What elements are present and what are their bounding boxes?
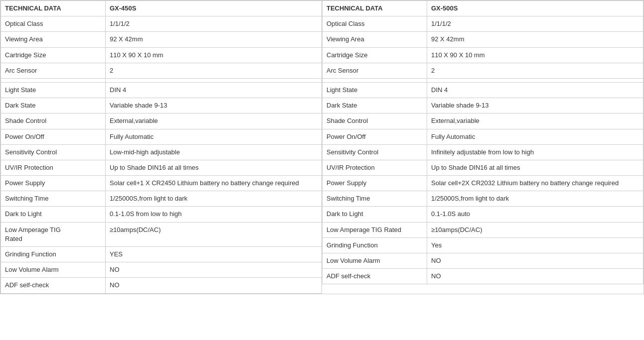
table-row: Optical Class1/1/1/2 (1, 16, 322, 32)
row-label: Dark to Light (322, 207, 427, 222)
row-label: Cartridge Size (1, 47, 106, 63)
table-row: Power SupplySolar cell+2X CR2032 Lithium… (322, 176, 644, 191)
table-row: Dark to Light0.1-1.0S auto (322, 207, 644, 222)
comparison-table: TECHNICAL DATAGX-450SOptical Class1/1/1/… (0, 0, 644, 294)
row-value: Up to Shade DIN16 at all times (106, 160, 322, 175)
table-row: Cartridge Size110 X 90 X 10 mm (1, 47, 322, 63)
row-value: 0.1-1.0S from low to high (106, 207, 322, 222)
row-value: YES (106, 247, 322, 262)
table-row (1, 78, 322, 82)
row-value: 92 X 42mm (427, 32, 644, 47)
table-row: ADF self-checkNO (322, 269, 644, 284)
table-row: Power On/OffFully Automatic (322, 129, 644, 144)
table-row: Dark to Light0.1-1.0S from low to high (1, 207, 322, 222)
left-section: TECHNICAL DATAGX-450SOptical Class1/1/1/… (0, 0, 322, 294)
row-label: Low Volume Alarm (1, 262, 106, 278)
table-row: Optical Class1/1/1/2 (322, 16, 644, 32)
row-value: 1/25000S,from light to dark (106, 191, 322, 207)
row-label: Power On/Off (1, 129, 106, 144)
section-header-model: GX-450S (106, 1, 322, 16)
table-row: ADF self-checkNO (1, 278, 322, 293)
table-row: Light StateDIN 4 (322, 82, 644, 98)
row-value: Up to Shade DIN16 at all times (427, 160, 644, 175)
table-row: Sensitivity ControlLow-mid-high adjustab… (1, 144, 322, 160)
table-row: Dark StateVariable shade 9-13 (1, 98, 322, 113)
row-value: Yes (427, 237, 644, 253)
table-row: Switching Time1/25000S,from light to dar… (1, 191, 322, 207)
row-label: Sensitivity Control (322, 144, 427, 160)
row-label: Power Supply (1, 176, 106, 191)
row-label: Power Supply (322, 176, 427, 191)
row-label: Shade Control (1, 113, 106, 129)
row-label: Optical Class (322, 16, 427, 32)
table-row: Power On/OffFully Automatic (1, 129, 322, 144)
row-value (106, 78, 322, 82)
table-row: Low Amperage TIG Rated≥10amps(DC/AC) (1, 222, 322, 246)
row-value: NO (427, 253, 644, 269)
table-row: Power SupplySolar cell+1 X CR2450 Lithiu… (1, 176, 322, 191)
table-row: Grinding FunctionYES (1, 247, 322, 262)
row-value: External,variable (427, 113, 644, 129)
row-value: ≥10amps(DC/AC) (427, 222, 644, 237)
table-row: Viewing Area92 X 42mm (1, 32, 322, 47)
row-label: Arc Sensor (322, 63, 427, 78)
table-row: Cartridge Size110 X 90 X 10 mm (322, 47, 644, 63)
table-row: Viewing Area92 X 42mm (322, 32, 644, 47)
row-label: ADF self-check (322, 269, 427, 284)
row-value: Variable shade 9-13 (106, 98, 322, 113)
row-label: Grinding Function (322, 237, 427, 253)
row-label (1, 78, 106, 82)
row-label: Power On/Off (322, 129, 427, 144)
section-header-label: TECHNICAL DATA (1, 1, 106, 16)
row-label: Light State (322, 82, 427, 98)
row-label: Shade Control (322, 113, 427, 129)
row-value: NO (106, 262, 322, 278)
table-row: Light StateDIN 4 (1, 82, 322, 98)
row-label: Low Amperage TIG Rated (1, 222, 106, 246)
row-label: UV/IR Protection (1, 160, 106, 175)
table-row: Dark StateVariable shade 9-13 (322, 98, 644, 113)
row-value: Solar cell+2X CR2032 Lithium battery no … (427, 176, 644, 191)
row-label: Low Volume Alarm (322, 253, 427, 269)
row-label: Arc Sensor (1, 63, 106, 78)
row-label (322, 78, 427, 82)
row-label: Cartridge Size (322, 47, 427, 63)
row-label: ADF self-check (1, 278, 106, 293)
row-label: Optical Class (1, 16, 106, 32)
section-header-label: TECHNICAL DATA (322, 1, 427, 16)
section-header-model: GX-500S (427, 1, 644, 16)
row-label: Dark State (1, 98, 106, 113)
table-row: Grinding FunctionYes (322, 237, 644, 253)
row-value: Solar cell+1 X CR2450 Lithium battery no… (106, 176, 322, 191)
row-label: UV/IR Protection (322, 160, 427, 175)
table-row: Sensitivity ControlInfinitely adjustable… (322, 144, 644, 160)
row-value: 1/1/1/2 (106, 16, 322, 32)
row-value: External,variable (106, 113, 322, 129)
table-row: Low Amperage TIG Rated≥10amps(DC/AC) (322, 222, 644, 237)
row-value: 110 X 90 X 10 mm (106, 47, 322, 63)
row-label: Dark State (322, 98, 427, 113)
row-value: Low-mid-high adjustable (106, 144, 322, 160)
right-section: TECHNICAL DATAGX-500SOptical Class1/1/1/… (322, 0, 644, 294)
row-value: ≥10amps(DC/AC) (106, 222, 322, 246)
table-row: Low Volume AlarmNO (1, 262, 322, 278)
table-row (322, 78, 644, 82)
table-row: Arc Sensor2 (322, 63, 644, 78)
row-value: Infinitely adjustable from low to high (427, 144, 644, 160)
table-row: Low Volume AlarmNO (322, 253, 644, 269)
row-value: DIN 4 (427, 82, 644, 98)
row-label: Dark to Light (1, 207, 106, 222)
row-label: Switching Time (322, 191, 427, 207)
row-value: NO (427, 269, 644, 284)
row-value: 2 (106, 63, 322, 78)
table-row: Arc Sensor2 (1, 63, 322, 78)
row-label: Low Amperage TIG Rated (322, 222, 427, 237)
row-label: Viewing Area (1, 32, 106, 47)
table-row: UV/IR ProtectionUp to Shade DIN16 at all… (1, 160, 322, 175)
table-row: UV/IR ProtectionUp to Shade DIN16 at all… (322, 160, 644, 175)
row-value: Fully Automatic (427, 129, 644, 144)
table-row: Switching Time1/25000S,from light to dar… (322, 191, 644, 207)
row-value: 2 (427, 63, 644, 78)
row-label: Grinding Function (1, 247, 106, 262)
row-label: Switching Time (1, 191, 106, 207)
